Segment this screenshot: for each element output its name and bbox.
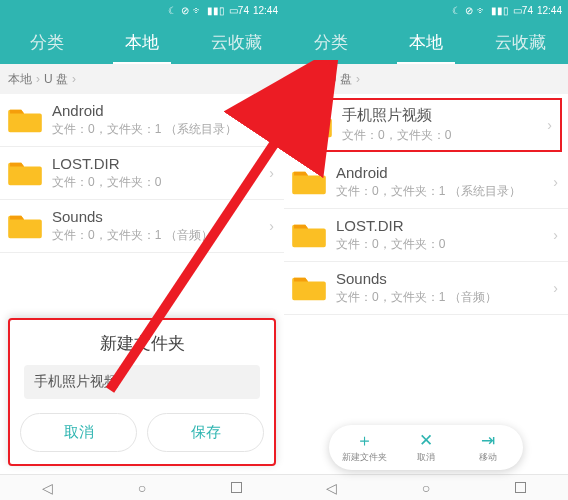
top-tabs: 分类 本地 云收藏 (284, 20, 568, 64)
chevron-right-icon: › (36, 72, 40, 86)
plus-icon: ＋ (356, 431, 373, 449)
chevron-right-icon: › (72, 72, 76, 86)
chevron-right-icon: › (320, 72, 324, 86)
close-icon: ✕ (419, 431, 433, 449)
list-item[interactable]: Sounds 文件：0，文件夹：1 （音频） › (284, 262, 568, 315)
new-folder-dialog: 新建文件夹 取消 保存 (8, 318, 276, 466)
breadcrumb-root[interactable]: 本地 (292, 71, 316, 88)
folder-meta: 文件：0，文件夹：1 （系统目录） (336, 183, 553, 200)
nav-back-icon[interactable]: ◁ (326, 480, 337, 496)
battery-icon: ▭74 (229, 5, 249, 16)
clock-text: 12:44 (537, 5, 562, 16)
clock-text: 12:44 (253, 5, 278, 16)
breadcrumb-root[interactable]: 本地 (8, 71, 32, 88)
action-bar: ＋ 新建文件夹 ✕ 取消 ⇥ 移动 (329, 425, 523, 470)
chevron-right-icon: › (269, 112, 274, 128)
dialog-title: 新建文件夹 (10, 328, 274, 365)
folder-name: LOST.DIR (336, 217, 553, 234)
chevron-right-icon: › (553, 280, 558, 296)
tab-category[interactable]: 分类 (284, 20, 379, 64)
nav-back-icon[interactable]: ◁ (42, 480, 53, 496)
chevron-right-icon: › (553, 227, 558, 243)
folder-name: 手机照片视频 (342, 106, 547, 125)
tab-cloud[interactable]: 云收藏 (473, 20, 568, 64)
tab-local[interactable]: 本地 (379, 20, 474, 64)
breadcrumb-udisk[interactable]: U 盘 (44, 71, 68, 88)
chevron-right-icon: › (547, 117, 552, 133)
folder-name: Sounds (336, 270, 553, 287)
right-screen: ☾ ⊘ ᯤ ▮▮▯ ▭74 12:44 分类 本地 云收藏 本地 › U 盘 ›… (284, 0, 568, 500)
folder-name: LOST.DIR (52, 155, 269, 172)
breadcrumb[interactable]: 本地 › U 盘 › (284, 64, 568, 94)
dnd-icon: ⊘ (181, 5, 189, 16)
folder-icon (8, 212, 42, 240)
dnd-icon: ⊘ (465, 5, 473, 16)
folder-meta: 文件：0，文件夹：0 (336, 236, 553, 253)
list-item[interactable]: Android 文件：0，文件夹：1 （系统目录） › (0, 94, 284, 147)
folder-icon (8, 159, 42, 187)
move-button[interactable]: ⇥ 移动 (457, 431, 519, 464)
chevron-right-icon: › (269, 218, 274, 234)
signal-icon: ▮▮▯ (491, 5, 509, 16)
breadcrumb[interactable]: 本地 › U 盘 › (0, 64, 284, 94)
tab-category[interactable]: 分类 (0, 20, 95, 64)
cancel-button[interactable]: ✕ 取消 (395, 431, 457, 464)
folder-icon (8, 106, 42, 134)
wifi-icon: ᯤ (193, 5, 203, 16)
chevron-right-icon: › (553, 174, 558, 190)
move-icon: ⇥ (481, 431, 495, 449)
nav-home-icon[interactable]: ○ (422, 480, 430, 496)
folder-icon (292, 168, 326, 196)
chevron-right-icon: › (356, 72, 360, 86)
system-nav: ◁ ○ (284, 474, 568, 500)
nav-recent-icon[interactable] (515, 482, 526, 493)
wifi-icon: ᯤ (477, 5, 487, 16)
moon-icon: ☾ (452, 5, 461, 16)
nav-home-icon[interactable]: ○ (138, 480, 146, 496)
signal-icon: ▮▮▯ (207, 5, 225, 16)
folder-name: Android (336, 164, 553, 181)
top-tabs: 分类 本地 云收藏 (0, 20, 284, 64)
list-item[interactable]: LOST.DIR 文件：0，文件夹：0 › (0, 147, 284, 200)
breadcrumb-udisk[interactable]: U 盘 (328, 71, 352, 88)
folder-name: Android (52, 102, 269, 119)
moon-icon: ☾ (168, 5, 177, 16)
tab-cloud[interactable]: 云收藏 (189, 20, 284, 64)
folder-meta: 文件：0，文件夹：1 （系统目录） (52, 121, 269, 138)
folder-meta: 文件：0，文件夹：0 (342, 127, 547, 144)
folder-meta: 文件：0，文件夹：1 （音频） (52, 227, 269, 244)
folder-name-input[interactable] (24, 365, 260, 399)
list-item[interactable]: Sounds 文件：0，文件夹：1 （音频） › (0, 200, 284, 253)
folder-meta: 文件：0，文件夹：1 （音频） (336, 289, 553, 306)
folder-name: Sounds (52, 208, 269, 225)
folder-icon (292, 221, 326, 249)
nav-recent-icon[interactable] (231, 482, 242, 493)
tab-local[interactable]: 本地 (95, 20, 190, 64)
system-nav: ◁ ○ (0, 474, 284, 500)
list-item[interactable]: Android 文件：0，文件夹：1 （系统目录） › (284, 156, 568, 209)
left-screen: ☾ ⊘ ᯤ ▮▮▯ ▭74 12:44 分类 本地 云收藏 本地 › U 盘 ›… (0, 0, 284, 500)
status-bar: ☾ ⊘ ᯤ ▮▮▯ ▭74 12:44 (0, 0, 284, 20)
list-item[interactable]: LOST.DIR 文件：0，文件夹：0 › (284, 209, 568, 262)
cancel-button[interactable]: 取消 (20, 413, 137, 452)
folder-icon (298, 111, 332, 139)
folder-meta: 文件：0，文件夹：0 (52, 174, 269, 191)
folder-list: 手机照片视频 文件：0，文件夹：0 › Android 文件：0，文件夹：1 （… (284, 94, 568, 474)
battery-icon: ▭74 (513, 5, 533, 16)
list-item[interactable]: 手机照片视频 文件：0，文件夹：0 › (290, 98, 562, 152)
new-folder-button[interactable]: ＋ 新建文件夹 (333, 431, 395, 464)
folder-icon (292, 274, 326, 302)
save-button[interactable]: 保存 (147, 413, 264, 452)
chevron-right-icon: › (269, 165, 274, 181)
status-bar: ☾ ⊘ ᯤ ▮▮▯ ▭74 12:44 (284, 0, 568, 20)
